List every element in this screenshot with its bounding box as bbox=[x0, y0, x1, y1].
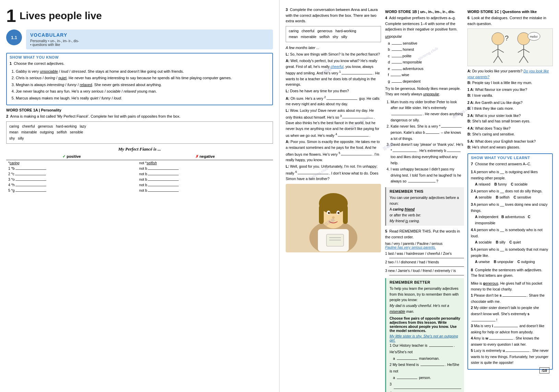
list-item: Marcus always makes me laugh. He's reall… bbox=[16, 95, 270, 101]
remember-better-sub: Choose five pairs of opposite personalit… bbox=[390, 316, 461, 333]
cartoon-illustration: ? Hello! bbox=[467, 28, 553, 66]
ex8-instruction: 8 Complete the sentences with adjectives… bbox=[471, 267, 549, 278]
list-item: 3 bbox=[390, 381, 461, 389]
dialogue-line: A: Oh sure. He's a very 2 guy. He calls … bbox=[286, 95, 381, 107]
table-row: 2 *c not b bbox=[6, 171, 273, 177]
word-store-1a-title: WORD STORE 1A | Personality bbox=[6, 108, 273, 112]
page-container: 1 Lives people live 1.1 VOCABULARY Perso… bbox=[0, 0, 559, 392]
list-item: Mum trusts my older brother Peter to loo… bbox=[391, 99, 464, 123]
vocab-subtitle2: • questions with like bbox=[30, 43, 269, 47]
list-item: 3 new / Jamie's / loud / friend / extrem… bbox=[385, 268, 464, 274]
dialogue-line: A few months later ... bbox=[286, 45, 381, 51]
ex7-items: 1 A person who is __ is outgoing and lik… bbox=[471, 169, 549, 265]
score-box: /10 bbox=[539, 367, 549, 373]
dialogue-line: 5 A: What does your English teacher look… bbox=[467, 139, 553, 144]
table-row: 4 *h not b bbox=[6, 182, 273, 188]
ex6-instruction: 6 Look at the dialogues. Correct the mis… bbox=[467, 15, 553, 26]
chapter-title: Lives people live bbox=[20, 10, 102, 22]
woman-image bbox=[286, 184, 381, 252]
list-item: d responsible bbox=[388, 59, 464, 65]
ex5-items: 1 last / was / hairdresser / cheerful / … bbox=[385, 251, 464, 275]
list-item: 4 Amy is w. She knows the answer to ever… bbox=[471, 335, 549, 348]
list-item: 5 A person who is __ is somebody that no… bbox=[471, 247, 549, 259]
ex5-example: has / very / parents / Pauline / serious… bbox=[385, 242, 464, 249]
list-item: Chris is serious / boring / quiet. He ne… bbox=[16, 75, 270, 81]
dialogue-line: A: Do you looks like your parents? Do yo… bbox=[467, 68, 553, 80]
dialogue-line: B: People say I look a little like my mu… bbox=[467, 80, 553, 86]
list-item: 4 A person who is __ is somebody who is … bbox=[471, 227, 549, 239]
fiancee-table-caption: My Perfect Fiancé is ... bbox=[6, 146, 273, 152]
list-item: Joe never laughs or has any fun. He's a … bbox=[16, 88, 270, 94]
ex4-instruction: 4 Add negative prefixes to adjectives a–… bbox=[385, 15, 464, 32]
ex3-instruction: 3 Complete the conversation between Anna… bbox=[286, 7, 381, 24]
ex1-instruction: 1 Choose the correct adjectives. bbox=[10, 61, 270, 67]
list-item: 1 Please don't be s. Share the chocolate… bbox=[471, 293, 549, 305]
conversation-box: A few months later ... L: So, how are th… bbox=[286, 45, 381, 182]
word-store-1b-col: WORD STORE 1B | un-, in-, im-, ir-, dis-… bbox=[385, 7, 464, 392]
list-item: e adventurous bbox=[388, 66, 464, 72]
dialogue-line: B: He's short and wears glasses. bbox=[467, 144, 553, 150]
chapter-header: 1 Lives people live bbox=[6, 7, 273, 25]
list-item: David doesn't say 'please' or 'thank you… bbox=[391, 142, 464, 166]
chapter-number: 1 bbox=[6, 7, 16, 25]
word-store-1a: WORD STORE 1A | Personality 2 Anna is ma… bbox=[6, 108, 273, 193]
col-ex3: 3 Complete the conversation between Anna… bbox=[286, 7, 385, 392]
list-item: 4 bbox=[390, 390, 461, 392]
dialogue-line: A: Poor you. Simon is exactly the opposi… bbox=[286, 139, 381, 163]
table-row: *caring not *selfish bbox=[6, 160, 273, 166]
table-row: 5 *g not b bbox=[6, 188, 273, 193]
word-store-1b-title: WORD STORE 1B | un-, in-, im-, ir-, dis- bbox=[385, 10, 464, 14]
list-item: 3 Mia is very i and doesn't like asking … bbox=[471, 323, 549, 335]
col-negative: ✗ negative bbox=[137, 153, 273, 160]
svg-text:?: ? bbox=[505, 34, 509, 42]
remember-better-content: To help you learn the personality adject… bbox=[390, 286, 461, 314]
show-whats-learnt-title: SHOW WHAT YOU'VE LEARNT bbox=[471, 156, 549, 160]
ex8-items: Mike is generous. He gives half of his p… bbox=[471, 281, 549, 366]
svg-point-16 bbox=[492, 33, 504, 45]
answer-choices: A relaxed B funny C sociable bbox=[471, 181, 549, 188]
list-item: Mike is generous. He gives half of his p… bbox=[471, 281, 549, 293]
list-item: Gabby is very unsociable / loud / stress… bbox=[16, 69, 270, 74]
dialogue-line: 3 A: What is your sister look like? bbox=[467, 113, 553, 119]
remember-better-box: REMEMBER BETTER To help you learn the pe… bbox=[385, 278, 464, 392]
show-what-you-know-box: SHOW WHAT YOU KNOW 1 Choose the correct … bbox=[6, 53, 273, 105]
list-item: g dependent bbox=[388, 79, 464, 84]
dialogue-line: L: Does he have any time for you then? bbox=[286, 88, 381, 94]
show-what-you-know-title: SHOW WHAT YOU KNOW bbox=[10, 55, 270, 59]
remember-this-box: REMEMBER THIS You can use personality ad… bbox=[385, 187, 464, 226]
list-item: a sensitive bbox=[388, 40, 464, 46]
answer-choices: A sociable B silly C quiet bbox=[471, 239, 549, 246]
show-whats-learnt-box: SHOW WHAT YOU'VE LEARNT 7 Choose the cor… bbox=[467, 153, 553, 370]
list-item: Katie never lies. She is a very * person… bbox=[391, 123, 464, 142]
dialogue-line: B: I love vanilla. bbox=[467, 93, 553, 98]
cartoon-svg: ? Hello! bbox=[479, 30, 541, 64]
woman-svg bbox=[299, 185, 368, 251]
dialogue-item: 2 A: Are Gareth and Liu like dogs? B: I … bbox=[467, 100, 553, 111]
list-item: Meghan is always interesting / funny / r… bbox=[16, 82, 270, 88]
remember-this-content: You can use personality adjectives befor… bbox=[390, 195, 461, 224]
list-item: 1 last / was / hairdresser / cheerful / … bbox=[385, 251, 464, 257]
remember-better-model: My little sister is shy. She's not an ou… bbox=[390, 334, 461, 342]
list-item: I was unhappy because I didn't pass my d… bbox=[391, 166, 464, 185]
prefix-list: a sensitive b honest c polite d responsi… bbox=[385, 40, 464, 84]
ex7-instruction: 7 Choose the correct answers A–C. bbox=[471, 161, 549, 167]
vocab-box: VOCABULARY Personality • un-, in-, im- i… bbox=[26, 29, 273, 49]
list-item: 2 two / I / dishonest / had / friends bbox=[385, 259, 464, 265]
answer-choices: A unwise B unpopular C outgoing bbox=[471, 259, 549, 265]
list-item: b honest bbox=[388, 47, 464, 52]
svg-point-9 bbox=[337, 212, 340, 214]
table-row: 1 *b not b bbox=[6, 166, 273, 171]
list-item: 2 My best friend is . He/She is not bbox=[390, 361, 461, 375]
ex1-list: Gabby is very unsociable / loud / stress… bbox=[10, 69, 270, 101]
unit-badge-area: 1.1 VOCABULARY Personality • un-, in-, i… bbox=[6, 29, 273, 49]
prefix-para: Try to be generous. Nobody likes mean pe… bbox=[385, 86, 464, 97]
right-content-area: WORD STORE 1B | un-, in-, im-, ir-, dis-… bbox=[385, 7, 553, 392]
vocab-title: VOCABULARY bbox=[30, 32, 269, 38]
negative-prefix-example: unpopular bbox=[385, 34, 464, 38]
word-box-1a: caring cheerful generous hard-working la… bbox=[6, 121, 273, 144]
list-item: 3 A person who is __ loves doing new and… bbox=[471, 202, 549, 214]
dialogue-item: 4 A: What does Tracy like? B: She's cari… bbox=[467, 126, 553, 137]
dialogues-box: A: Do you looks like your parents? Do yo… bbox=[467, 68, 553, 150]
answer-choices: A sensible B selfish C sensitive bbox=[471, 194, 549, 201]
ex5-instruction: 5 Read REMEMBER THIS. Put the words in t… bbox=[385, 228, 464, 240]
